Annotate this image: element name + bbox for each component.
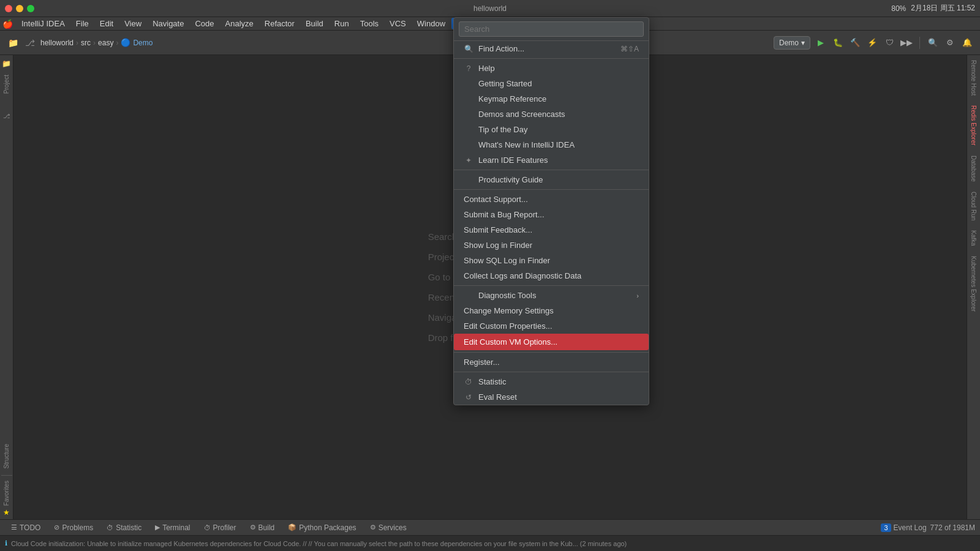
cloud-run-panel[interactable]: Cloud Run <box>968 187 979 225</box>
show-sql-log-item[interactable]: Show SQL Log in Finder <box>454 253 649 268</box>
tip-label: Tip of the Day <box>478 125 527 134</box>
menu-tools[interactable]: Tools <box>355 18 383 29</box>
structure-panel-label[interactable]: Structure <box>2 440 11 473</box>
collect-logs-item[interactable]: Collect Logs and Diagnostic Data <box>454 268 649 283</box>
find-action-item[interactable]: 🔍 Find Action... ⌘⇧A <box>454 41 649 56</box>
status-right: 3 Event Log 772 of 1981M <box>881 523 975 532</box>
more-run-button[interactable]: ▶▶ <box>900 36 913 50</box>
redis-explorer-panel[interactable]: Redis Explorer <box>968 100 979 151</box>
keymap-reference-item[interactable]: Keymap Reference <box>454 91 649 107</box>
tab-terminal-label: Terminal <box>162 523 190 532</box>
menu-intellij[interactable]: IntelliJ IDEA <box>17 18 70 29</box>
tab-todo[interactable]: ☰ TODO <box>5 522 47 533</box>
run-button[interactable]: ▶ <box>814 36 827 50</box>
git-icon[interactable]: ⎇ <box>1 110 13 122</box>
favorites-label[interactable]: Favorites <box>2 478 11 508</box>
dropdown-search-input[interactable] <box>459 21 644 37</box>
tab-build[interactable]: ⚙ Build <box>244 522 281 533</box>
help-item[interactable]: ? Help <box>454 61 649 76</box>
project-toolbar-icon[interactable]: 📁 <box>6 36 20 50</box>
notification-icon: ℹ <box>5 539 7 547</box>
menu-view[interactable]: View <box>119 18 146 29</box>
run-config-selector[interactable]: Demo ▾ <box>774 36 810 50</box>
datetime: 2月18日 周五 11:52 <box>911 3 975 13</box>
divider-4 <box>454 285 649 286</box>
menu-vcs[interactable]: VCS <box>385 18 411 29</box>
keymap-label: Keymap Reference <box>478 94 546 103</box>
register-item[interactable]: Register... <box>454 354 649 370</box>
find-action-shortcut: ⌘⇧A <box>620 45 639 53</box>
settings-toolbar-btn[interactable]: ⚙ <box>943 36 957 50</box>
breadcrumb-src[interactable]: src <box>81 39 91 47</box>
project-icon[interactable]: 📁 <box>1 58 13 70</box>
learn-ide-item[interactable]: ✦ Learn IDE Features <box>454 152 649 168</box>
show-log-finder-item[interactable]: Show Log in Finder <box>454 238 649 253</box>
diagnostic-arrow: › <box>636 292 639 299</box>
whats-new-item[interactable]: What's New in IntelliJ IDEA <box>454 137 649 152</box>
help-icon: ? <box>464 64 473 73</box>
close-button[interactable] <box>5 5 12 12</box>
database-panel[interactable]: Database <box>968 151 979 187</box>
menu-refactor[interactable]: Refactor <box>260 18 300 29</box>
tab-python-packages[interactable]: 📦 Python Packages <box>282 522 362 533</box>
edit-custom-props-item[interactable]: Edit Custom Properties... <box>454 318 649 334</box>
terminal-icon: ▶ <box>155 523 160 531</box>
submit-bug-item[interactable]: Submit a Bug Report... <box>454 207 649 222</box>
title-bar: helloworld 80% 2月18日 周五 11:52 <box>0 0 980 17</box>
apple-icon[interactable]: 🍎 <box>2 19 13 29</box>
build-button[interactable]: 🔨 <box>848 36 862 50</box>
getting-started-label: Getting Started <box>478 79 532 88</box>
todo-icon: ☰ <box>11 523 17 531</box>
notifications-toolbar-btn[interactable]: 🔔 <box>960 36 974 50</box>
tab-terminal[interactable]: ▶ Terminal <box>149 522 196 533</box>
menu-run[interactable]: Run <box>330 18 354 29</box>
menu-file[interactable]: File <box>71 18 94 29</box>
demos-item[interactable]: Demos and Screencasts <box>454 107 649 122</box>
change-memory-item[interactable]: Change Memory Settings <box>454 303 649 318</box>
debug-button[interactable]: 🐛 <box>831 36 845 50</box>
menu-code[interactable]: Code <box>190 18 219 29</box>
event-log-area[interactable]: 3 Event Log <box>881 523 926 532</box>
menu-window[interactable]: Window <box>412 18 450 29</box>
tab-statistic[interactable]: ⏱ Statistic <box>100 522 148 533</box>
breadcrumb-easy[interactable]: easy <box>98 39 113 47</box>
coverage-button[interactable]: 🛡 <box>883 36 896 50</box>
menu-build[interactable]: Build <box>301 18 328 29</box>
productivity-label: Productivity Guide <box>478 175 543 184</box>
menu-navigate[interactable]: Navigate <box>148 18 189 29</box>
breadcrumb-demo[interactable]: Demo <box>133 39 153 47</box>
statistic-item[interactable]: ⏱ Statistic <box>454 374 649 389</box>
eval-reset-item[interactable]: ↺ Eval Reset <box>454 389 649 405</box>
minimize-button[interactable] <box>16 5 23 12</box>
profile-button[interactable]: ⚡ <box>865 36 879 50</box>
event-log-badge: 3 <box>881 523 891 532</box>
tab-profiler[interactable]: ⏱ Profiler <box>198 522 243 533</box>
productivity-guide-item[interactable]: Productivity Guide <box>454 172 649 187</box>
getting-started-item[interactable]: Getting Started <box>454 76 649 91</box>
git-toolbar-icon[interactable]: ⎇ <box>23 36 37 50</box>
search-toolbar-btn[interactable]: 🔍 <box>926 36 940 50</box>
remote-host-panel[interactable]: Remote Host <box>968 55 979 100</box>
diagnostic-tools-item[interactable]: Diagnostic Tools › <box>454 288 649 303</box>
menu-analyze[interactable]: Analyze <box>221 18 258 29</box>
show-sql-log-label: Show SQL Log in Finder <box>464 256 550 265</box>
edit-custom-vm-item[interactable]: Edit Custom VM Options... <box>454 334 649 350</box>
help-dropdown-menu[interactable]: 🔍 Find Action... ⌘⇧A ? Help Getting Star… <box>453 17 649 405</box>
submit-feedback-item[interactable]: Submit Feedback... <box>454 222 649 238</box>
project-panel-label[interactable]: Project <box>2 71 11 97</box>
kafka-panel[interactable]: Kafka <box>968 225 979 251</box>
kubernetes-panel[interactable]: Kubernetes Explorer <box>968 251 979 317</box>
menu-edit[interactable]: Edit <box>95 18 118 29</box>
help-label: Help <box>478 64 495 73</box>
change-memory-label: Change Memory Settings <box>464 306 554 315</box>
maximize-button[interactable] <box>27 5 34 12</box>
edit-custom-vm-label: Edit Custom VM Options... <box>464 337 557 347</box>
tab-problems[interactable]: ⊘ Problems <box>48 522 99 533</box>
tab-services[interactable]: ⚙ Services <box>364 522 413 533</box>
contact-support-item[interactable]: Contact Support... <box>454 192 649 207</box>
breadcrumb-project[interactable]: helloworld <box>40 39 74 47</box>
tab-python-packages-label: Python Packages <box>299 523 356 532</box>
favorites-icon[interactable]: ★ <box>3 508 10 517</box>
whats-new-label: What's New in IntelliJ IDEA <box>478 140 575 149</box>
tip-of-day-item[interactable]: Tip of the Day <box>454 122 649 137</box>
